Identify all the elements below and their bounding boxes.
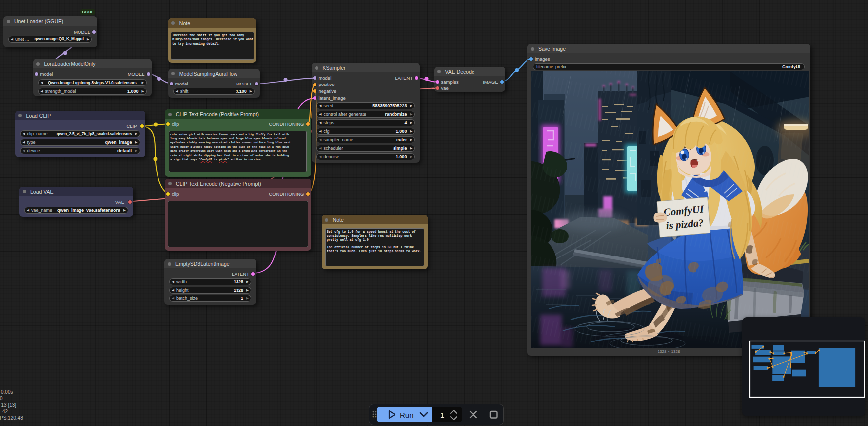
svg-text:Run: Run xyxy=(400,410,414,419)
svg-text:1: 1 xyxy=(440,410,444,419)
